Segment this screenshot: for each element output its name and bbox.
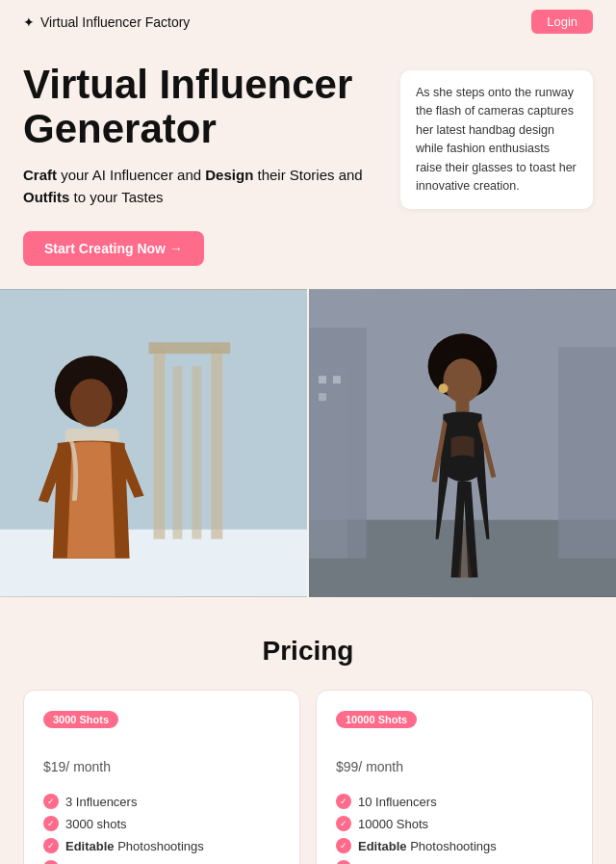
pricing-card-1: 3000 Shots $19/ month ✓ 3 Influencers ✓ …	[23, 690, 300, 864]
feature-item: ✓ 10 Influencers	[336, 794, 573, 809]
cta-button[interactable]: Start Creating Now →	[23, 231, 204, 266]
check-icon: ✓	[43, 816, 59, 831]
svg-rect-4	[192, 367, 201, 539]
check-icon: ✓	[336, 860, 351, 864]
plan-price-2: $99/ month	[336, 740, 573, 780]
feature-item: ✓ Recharge shots	[43, 860, 280, 864]
price-amount-1: $19	[43, 759, 65, 774]
check-icon: ✓	[43, 860, 59, 864]
hero-subtitle: Craft your AI Influencer and Design thei…	[23, 165, 381, 208]
star-icon: ✦	[23, 14, 35, 30]
svg-rect-13	[558, 348, 616, 559]
svg-rect-14	[309, 367, 347, 559]
feature-text: Editable Photoshootings	[358, 839, 497, 853]
plan-features-2: ✓ 10 Influencers ✓ 10000 Shots ✓ Editabl…	[336, 794, 573, 864]
design-text: Design	[205, 167, 253, 183]
pricing-card-2: 10000 Shots $99/ month ✓ 10 Influencers …	[316, 690, 593, 864]
plan-features-1: ✓ 3 Influencers ✓ 3000 shots ✓ Editable …	[43, 794, 280, 864]
svg-rect-6	[149, 343, 231, 354]
brand-label: Virtual Influencer Factory	[40, 14, 190, 30]
svg-rect-1	[0, 530, 307, 597]
price-period-2: / month	[358, 759, 403, 774]
feature-item: ✓ 4k generations	[336, 860, 573, 864]
plan-badge-2: 10000 Shots	[336, 711, 417, 728]
svg-rect-5	[211, 348, 222, 539]
price-period-1: / month	[65, 759, 111, 774]
left-scene-svg	[0, 289, 307, 597]
pricing-section: Pricing 3000 Shots $19/ month ✓ 3 Influe…	[0, 597, 616, 864]
svg-rect-3	[172, 367, 182, 539]
price-amount-2: $99	[336, 759, 358, 774]
hero-quote: As she steps onto the runway the flash o…	[400, 70, 593, 209]
svg-rect-16	[333, 377, 341, 384]
feature-item: ✓ Editable Photoshootings	[336, 838, 573, 853]
check-icon: ✓	[336, 816, 351, 831]
feature-text: 3 Influencers	[65, 795, 137, 809]
feature-item: ✓ 3000 shots	[43, 816, 280, 831]
svg-point-19	[444, 359, 482, 404]
feature-item: ✓ 10000 Shots	[336, 816, 573, 831]
craft-text: Craft	[23, 167, 57, 183]
feature-text: Editable Photoshootings	[65, 839, 204, 853]
images-section	[0, 289, 616, 597]
outfits-text: Outfits	[23, 189, 69, 205]
brand: ✦ Virtual Influencer Factory	[23, 14, 190, 30]
svg-rect-17	[319, 394, 326, 402]
mid2-text: their Stories and	[253, 167, 362, 183]
end-text: to your Tastes	[69, 189, 163, 205]
svg-rect-15	[319, 377, 326, 384]
feature-text: 10 Influencers	[358, 795, 437, 809]
hero-right: As she steps onto the runway the flash o…	[400, 63, 593, 266]
check-icon: ✓	[336, 794, 351, 809]
feature-text: 10000 Shots	[358, 817, 428, 831]
check-icon: ✓	[336, 838, 351, 853]
hero-title: Virtual Influencer Generator	[23, 63, 381, 151]
check-icon: ✓	[43, 794, 59, 809]
mid1-text: your AI Influencer and	[57, 167, 205, 183]
pricing-title: Pricing	[23, 636, 593, 667]
feature-item: ✓ Editable Photoshootings	[43, 838, 280, 853]
svg-rect-2	[154, 348, 166, 539]
right-scene-svg	[309, 289, 616, 597]
check-icon: ✓	[43, 838, 59, 853]
feature-item: ✓ 3 Influencers	[43, 794, 280, 809]
navbar: ✦ Virtual Influencer Factory Login	[0, 0, 616, 43]
pricing-cards: 3000 Shots $19/ month ✓ 3 Influencers ✓ …	[23, 690, 593, 864]
svg-point-21	[439, 384, 449, 394]
feature-text: 3000 shots	[65, 817, 127, 831]
svg-point-8	[70, 380, 113, 428]
login-button[interactable]: Login	[531, 10, 593, 34]
hero-left: Virtual Influencer Generator Craft your …	[23, 63, 381, 266]
plan-badge-1: 3000 Shots	[43, 711, 118, 728]
plan-price-1: $19/ month	[43, 740, 280, 780]
image-left	[0, 289, 307, 597]
image-right	[307, 289, 616, 597]
hero-section: Virtual Influencer Generator Craft your …	[0, 43, 616, 289]
